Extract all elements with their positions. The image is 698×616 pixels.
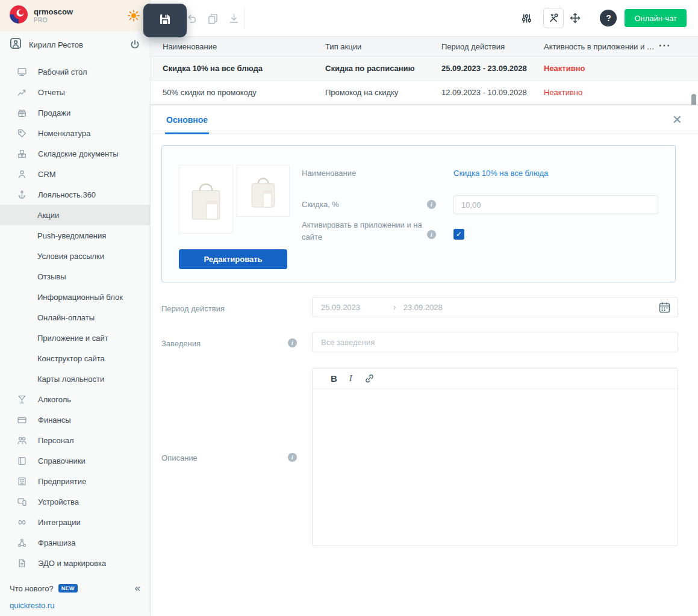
sidebar-item-label: Устройства [38,497,79,506]
download-icon[interactable] [228,12,240,24]
sidebar-item-label: Информационный блок [37,293,123,302]
sidebar-item-label: Персонал [38,436,74,445]
italic-button[interactable]: I [349,373,352,384]
close-panel-icon[interactable]: × [673,111,682,128]
sidebar-item-devices[interactable]: Устройства [0,491,150,512]
period-to-value[interactable]: 23.09.2028 [404,303,443,312]
brand-name: qrmoscow [34,8,73,17]
sidebar-item-label: Номенклатура [38,129,90,138]
sidebar-item-online-payments[interactable]: Онлайн-оплаты [0,307,150,328]
filter-sliders-icon[interactable] [520,12,532,24]
period-from-value[interactable]: 25.09.2023 [321,303,393,312]
sidebar-item-edo[interactable]: ЭДО и маркировка [0,553,150,573]
sidebar-item-site-builder[interactable]: Конструктор сайта [0,348,150,369]
period-range-input[interactable]: 25.09.2023 › 23.09.2028 [312,297,678,317]
sidebar-item-integrations[interactable]: Интеграции [0,512,150,532]
sidebar-item-promotions[interactable]: Акции [0,205,150,225]
period-label: Период действия [161,304,225,313]
tab-main[interactable]: Основное [165,105,209,134]
site-link[interactable]: quickresto.ru [0,596,150,610]
info-icon[interactable]: i [288,338,297,347]
whats-new-link[interactable]: Что нового? [10,584,54,593]
devices-icon [17,497,27,507]
cell-status: Неактивно [544,88,698,97]
reports-icon [17,87,27,98]
sidebar-item-label: Лояльность.360 [38,190,96,199]
sidebar-item-franchise[interactable]: Франшиза [0,532,150,553]
undo-icon[interactable] [185,12,198,24]
table-header-row: ⋯ НаименованиеТип акцииПериод действияАк… [151,36,698,57]
calendar-icon[interactable] [659,302,670,313]
sidebar-item-label: Конструктор сайта [37,354,105,363]
table-row[interactable]: Скидка 10% на все блюдаСкидка по расписа… [151,57,698,81]
sidebar-item-sales[interactable]: Продажи [0,102,150,123]
cell-name: 50% скидки по промокоду [163,88,325,97]
brand-logo-icon [10,5,28,26]
sidebar-item-desktop[interactable]: Рабочий стол [0,61,150,82]
sidebar-item-mailing[interactable]: Условия рассылки [0,246,150,266]
sidebar-item-directories[interactable]: Справочники [0,450,150,471]
cell-period: 25.09.2023 - 23.09.2028 [441,64,544,73]
sidebar-item-finance[interactable]: Финансы [0,409,150,430]
edit-button[interactable]: Редактировать [179,249,287,269]
sidebar-item-infoblock[interactable]: Информационный блок [0,287,150,307]
alcohol-icon [17,394,27,405]
collapse-sidebar-icon[interactable]: « [135,582,140,594]
main-area: ? Онлайн-чат ⋯ НаименованиеТип акцииПери… [151,0,698,616]
duplicate-icon[interactable] [207,12,219,24]
discount-input[interactable] [453,195,658,214]
online-chat-button[interactable]: Онлайн-чат [625,9,687,27]
promotion-name-link[interactable]: Скидка 10% на все блюда [453,169,548,178]
sidebar-item-reports[interactable]: Отчеты [0,82,150,102]
sidebar-item-app-site[interactable]: Приложение и сайт [0,328,150,348]
sidebar-item-label: Складские документы [38,149,119,158]
sidebar-item-alcohol[interactable]: Алкоголь [0,389,150,409]
name-label: Наименование [302,169,356,178]
sidebar-item-crm[interactable]: CRM [0,164,150,184]
venues-input[interactable] [312,332,678,352]
sidebar-item-enterprise[interactable]: Предприятие [0,471,150,491]
sidebar-item-push[interactable]: Push-уведомления [0,225,150,246]
sidebar-item-label: Карты лояльности [37,375,104,384]
sidebar-header: qrmoscow PRO [0,0,150,31]
table-row[interactable]: 50% скидки по промокодуПромокод на скидк… [151,81,698,105]
sidebar-item-label: ЭДО и маркировка [38,559,106,568]
sidebar-item-label: Справочники [38,456,86,465]
desktop-icon [17,67,27,77]
table-body: Скидка 10% на все блюдаСкидка по расписа… [151,57,698,105]
sidebar-item-nomenclature[interactable]: Номенклатура [0,123,150,143]
tools-mode-button[interactable] [543,8,564,28]
description-textarea[interactable] [313,389,678,546]
promo-image[interactable] [179,165,233,234]
info-icon[interactable]: i [427,230,436,239]
logout-power-icon[interactable] [129,39,140,50]
move-mode-button[interactable] [565,8,585,28]
info-icon[interactable]: i [427,200,436,209]
sidebar-item-loyalty-cards[interactable]: Карты лояльности [0,369,150,389]
save-button[interactable] [143,4,187,37]
user-row[interactable]: Кирилл Рестов [0,31,150,58]
promo-image[interactable] [237,165,290,217]
link-button-icon[interactable] [364,373,375,384]
sidebar-item-label: Условия рассылки [37,252,104,261]
edo-icon [17,558,27,568]
column-header[interactable]: Наименование [163,42,325,51]
column-settings-kebab-icon[interactable]: ⋯ [658,39,670,51]
staff-icon [17,435,27,446]
column-header[interactable]: Период действия [441,42,544,51]
sidebar-item-loyalty[interactable]: Лояльность.360 [0,184,150,205]
sidebar-item-staff[interactable]: Персонал [0,430,150,450]
directories-icon [17,456,27,466]
theme-sun-icon[interactable] [127,9,140,22]
help-button[interactable]: ? [600,10,617,26]
user-icon [10,37,22,52]
sidebar-item-warehouse[interactable]: Складские документы [0,143,150,164]
info-icon[interactable]: i [288,453,297,462]
sidebar-item-reviews[interactable]: Отзывы [0,266,150,287]
activate-checkbox[interactable]: ✓ [453,229,464,240]
bold-button[interactable]: B [331,373,337,384]
cell-period: 12.09.2023 - 10.09.2028 [441,88,544,97]
brand-block: qrmoscow PRO [34,8,73,23]
column-header[interactable]: Тип акции [325,42,441,51]
column-header[interactable]: Активность в приложении и на сайте [544,42,698,51]
